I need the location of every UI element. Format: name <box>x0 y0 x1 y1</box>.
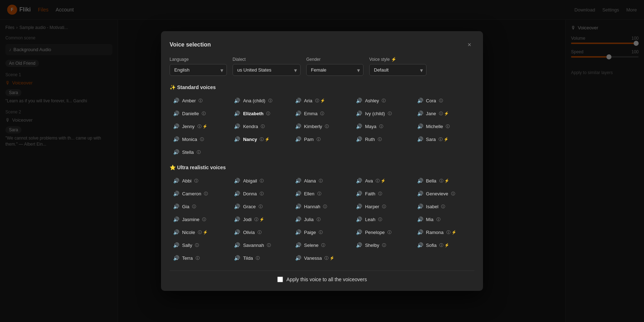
voice-item-pam[interactable]: 🔊Pamⓘ <box>292 134 352 145</box>
play-icon-ivy-child[interactable]: 🔊 <box>356 111 362 116</box>
voice-item-terra[interactable]: 🔊Terraⓘ <box>170 253 230 263</box>
play-icon-sofia[interactable]: 🔊 <box>417 242 423 248</box>
voice-item-sofia[interactable]: 🔊Sofiaⓘ⚡ <box>414 240 474 250</box>
voice-item-jodi[interactable]: 🔊Jodiⓘ⚡ <box>230 214 291 225</box>
modal-close-button[interactable]: × <box>464 40 474 50</box>
play-icon-shelby[interactable]: 🔊 <box>356 242 362 248</box>
play-icon-emma[interactable]: 🔊 <box>295 111 301 116</box>
play-icon-olivia[interactable]: 🔊 <box>234 229 240 235</box>
play-icon-kendra[interactable]: 🔊 <box>234 123 240 129</box>
play-icon-leah[interactable]: 🔊 <box>356 216 362 222</box>
play-icon-ana-child[interactable]: 🔊 <box>234 98 240 103</box>
play-icon-nancy[interactable]: 🔊 <box>234 136 240 142</box>
voice-item-vanessa[interactable]: 🔊Vanessaⓘ⚡ <box>292 253 352 263</box>
voice-item-olivia[interactable]: 🔊Oliviaⓘ <box>230 227 291 238</box>
voice-item-paige[interactable]: 🔊Paigeⓘ <box>292 227 352 238</box>
play-icon-ashley[interactable]: 🔊 <box>356 98 362 103</box>
play-icon-danielle[interactable]: 🔊 <box>173 111 179 116</box>
play-icon-cameron[interactable]: 🔊 <box>173 191 179 196</box>
voice-item-elizabeth[interactable]: 🔊Elizabethⓘ <box>230 108 291 119</box>
voice-item-sally[interactable]: 🔊Sallyⓘ <box>170 240 230 250</box>
play-icon-pam[interactable]: 🔊 <box>295 136 301 142</box>
voice-item-ashley[interactable]: 🔊Ashleyⓘ <box>352 95 413 106</box>
voice-item-nancy[interactable]: 🔊Nancyⓘ⚡ <box>230 134 291 145</box>
voice-item-hannah[interactable]: 🔊Hannahⓘ <box>292 201 352 212</box>
play-icon-grace[interactable]: 🔊 <box>234 204 240 209</box>
voice-item-gia[interactable]: 🔊Giaⓘ <box>170 201 230 212</box>
voice-item-alana[interactable]: 🔊Alanaⓘ <box>292 175 352 186</box>
voice-item-cora[interactable]: 🔊Coraⓘ <box>414 95 474 106</box>
play-icon-abbi[interactable]: 🔊 <box>173 178 179 184</box>
play-icon-terra[interactable]: 🔊 <box>173 255 179 261</box>
play-icon-maya[interactable]: 🔊 <box>356 123 362 129</box>
voice-item-jasmine[interactable]: 🔊Jasmineⓘ <box>170 214 230 225</box>
play-icon-jane[interactable]: 🔊 <box>417 111 423 116</box>
gender-select[interactable]: Female Male All <box>306 64 364 76</box>
voice-item-cameron[interactable]: 🔊Cameronⓘ <box>170 188 230 199</box>
play-icon-penelope[interactable]: 🔊 <box>356 229 362 235</box>
play-icon-jenny[interactable]: 🔊 <box>173 123 179 129</box>
voice-item-faith[interactable]: 🔊Faithⓘ <box>352 188 413 199</box>
voice-item-ava[interactable]: 🔊Avaⓘ⚡ <box>352 175 413 186</box>
play-icon-bella[interactable]: 🔊 <box>417 178 423 184</box>
play-icon-ramona[interactable]: 🔊 <box>417 229 423 235</box>
voice-item-kendra[interactable]: 🔊Kendraⓘ <box>230 121 291 132</box>
play-icon-gia[interactable]: 🔊 <box>173 204 179 209</box>
play-icon-jasmine[interactable]: 🔊 <box>173 216 179 222</box>
voice-item-nicole[interactable]: 🔊Nicoleⓘ⚡ <box>170 227 230 238</box>
voice-item-leah[interactable]: 🔊Leahⓘ <box>352 214 413 225</box>
play-icon-ellen[interactable]: 🔊 <box>295 191 301 196</box>
play-icon-faith[interactable]: 🔊 <box>356 191 362 196</box>
language-select[interactable]: English Spanish French <box>170 64 227 76</box>
voice-item-ivy-child[interactable]: 🔊Ivy (child)ⓘ <box>352 108 413 119</box>
play-icon-genevieve[interactable]: 🔊 <box>417 191 423 196</box>
voice-item-grace[interactable]: 🔊Graceⓘ <box>230 201 291 212</box>
play-icon-ava[interactable]: 🔊 <box>356 178 362 184</box>
play-icon-harper[interactable]: 🔊 <box>356 204 362 209</box>
play-icon-vanessa[interactable]: 🔊 <box>295 255 301 261</box>
play-icon-mia[interactable]: 🔊 <box>417 216 423 222</box>
play-icon-savannah[interactable]: 🔊 <box>234 242 240 248</box>
voice-item-sara[interactable]: 🔊Saraⓘ⚡ <box>414 134 474 145</box>
play-icon-jodi[interactable]: 🔊 <box>234 216 240 222</box>
voice-item-abigail[interactable]: 🔊Abigailⓘ <box>230 175 291 186</box>
play-icon-aria[interactable]: 🔊 <box>295 98 301 103</box>
voice-item-abbi[interactable]: 🔊Abbiⓘ <box>170 175 230 186</box>
voice-item-jane[interactable]: 🔊Janeⓘ⚡ <box>414 108 474 119</box>
voice-item-emma[interactable]: 🔊Emmaⓘ <box>292 108 352 119</box>
voice-item-monica[interactable]: 🔊Monicaⓘ <box>170 134 230 145</box>
voice-item-penelope[interactable]: 🔊Penelopeⓘ <box>352 227 413 238</box>
play-icon-elizabeth[interactable]: 🔊 <box>234 111 240 116</box>
voice-item-genevieve[interactable]: 🔊Genevieveⓘ <box>414 188 474 199</box>
play-icon-abigail[interactable]: 🔊 <box>234 178 240 184</box>
voice-item-harper[interactable]: 🔊Harperⓘ <box>352 201 413 212</box>
play-icon-paige[interactable]: 🔊 <box>295 229 301 235</box>
voice-item-shelby[interactable]: 🔊Shelbyⓘ <box>352 240 413 250</box>
voice-item-bella[interactable]: 🔊Bellaⓘ⚡ <box>414 175 474 186</box>
play-icon-sara[interactable]: 🔊 <box>417 136 423 142</box>
play-icon-isabel[interactable]: 🔊 <box>417 204 423 209</box>
play-icon-stella[interactable]: 🔊 <box>173 149 179 155</box>
voice-item-maya[interactable]: 🔊Mayaⓘ <box>352 121 413 132</box>
play-icon-julia[interactable]: 🔊 <box>295 216 301 222</box>
voice-item-isabel[interactable]: 🔊Isabelⓘ <box>414 201 474 212</box>
play-icon-nicole[interactable]: 🔊 <box>173 229 179 235</box>
voice-item-ana-child[interactable]: 🔊Ana (child)ⓘ <box>230 95 291 106</box>
voice-item-savannah[interactable]: 🔊Savannahⓘ <box>230 240 291 250</box>
voice-item-ellen[interactable]: 🔊Ellenⓘ <box>292 188 352 199</box>
voice-style-select[interactable]: Default Casual Cheerful <box>369 64 426 76</box>
play-icon-sally[interactable]: 🔊 <box>173 242 179 248</box>
play-icon-hannah[interactable]: 🔊 <box>295 204 301 209</box>
voice-item-kimberly[interactable]: 🔊Kimberlyⓘ <box>292 121 352 132</box>
play-icon-selene[interactable]: 🔊 <box>295 242 301 248</box>
voice-item-jenny[interactable]: 🔊Jennyⓘ⚡ <box>170 121 230 132</box>
play-icon-amber[interactable]: 🔊 <box>173 98 179 103</box>
play-icon-michelle[interactable]: 🔊 <box>417 123 423 129</box>
play-icon-alana[interactable]: 🔊 <box>295 178 301 184</box>
voice-item-michelle[interactable]: 🔊Michelleⓘ <box>414 121 474 132</box>
play-icon-ruth[interactable]: 🔊 <box>356 136 362 142</box>
voice-item-danielle[interactable]: 🔊Danielleⓘ <box>170 108 230 119</box>
voice-item-ramona[interactable]: 🔊Ramonaⓘ⚡ <box>414 227 474 238</box>
voice-item-selene[interactable]: 🔊Seleneⓘ <box>292 240 352 250</box>
dialect-select[interactable]: us United States uk United Kingdom <box>233 64 301 76</box>
